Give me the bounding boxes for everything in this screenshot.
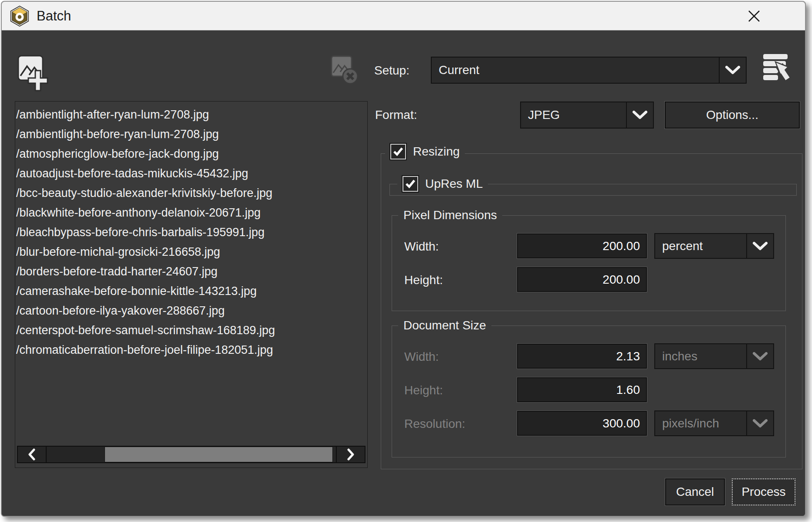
ds-height-input[interactable]: [517, 377, 647, 402]
process-button[interactable]: Process: [732, 478, 795, 505]
ds-width-input[interactable]: [517, 344, 647, 369]
chevron-down-icon: [746, 411, 773, 435]
options-button[interactable]: Options...: [665, 102, 800, 129]
list-item[interactable]: /blackwhite-before-anthony-delanoix-2067…: [16, 203, 367, 223]
check-icon: [405, 178, 416, 190]
upres-legend: UpRes ML: [397, 176, 488, 192]
pd-width-unit-combobox[interactable]: percent: [654, 233, 774, 259]
ds-resolution-unit-combobox: pixels/inch: [654, 410, 774, 436]
format-combobox-value: JPEG: [521, 102, 626, 128]
add-photos-icon[interactable]: [17, 55, 49, 92]
upres-ml-label: UpRes ML: [425, 177, 483, 191]
file-list-items: /ambientlight-after-ryan-lum-2708.jpg/am…: [15, 102, 367, 360]
title-bar: Batch: [2, 2, 805, 31]
scrollbar-thumb[interactable]: [105, 447, 333, 462]
pd-height-input[interactable]: [517, 267, 647, 292]
scroll-left-icon[interactable]: [18, 447, 46, 462]
ds-resolution-unit-value: pixels/inch: [655, 411, 746, 435]
chevron-down-icon[interactable]: [719, 58, 746, 83]
resizing-label: Resizing: [413, 145, 460, 159]
ds-width-label: Width:: [404, 350, 439, 364]
file-list[interactable]: /ambientlight-after-ryan-lum-2708.jpg/am…: [15, 101, 368, 468]
pixel-dimensions-group: Pixel Dimensions Width: percent Height:: [392, 215, 786, 311]
format-label: Format:: [375, 108, 417, 122]
apply-preset-list-icon[interactable]: [762, 53, 793, 85]
ds-width-unit-combobox: inches: [654, 343, 774, 369]
document-size-title: Document Size: [398, 319, 491, 332]
upres-ml-checkbox[interactable]: [403, 176, 418, 192]
list-item[interactable]: /blur-before-michal-grosicki-216658.jpg: [16, 242, 367, 262]
horizontal-scrollbar[interactable]: [17, 446, 365, 463]
document-size-group: Document Size Width: inches Height: Reso…: [392, 325, 786, 458]
list-item[interactable]: /borders-before-tradd-harter-24607.jpg: [16, 262, 367, 281]
setup-label: Setup:: [374, 64, 409, 78]
check-icon: [392, 146, 404, 157]
pd-width-label: Width:: [404, 240, 439, 254]
ds-resolution-input[interactable]: [517, 411, 647, 436]
chevron-down-icon[interactable]: [626, 102, 653, 128]
scroll-right-icon[interactable]: [337, 447, 365, 462]
list-item[interactable]: /cartoon-before-ilya-yakover-288667.jpg: [16, 301, 367, 321]
list-item[interactable]: /camerashake-before-bonnie-kittle-143213…: [16, 281, 367, 301]
pixel-dimensions-title: Pixel Dimensions: [398, 208, 502, 222]
dialog-body: Setup: Current Format: JPEG: [2, 31, 805, 517]
close-icon[interactable]: [747, 9, 761, 24]
setup-combobox[interactable]: Current: [431, 57, 747, 84]
pd-width-unit-value: percent: [655, 234, 746, 258]
window-title: Batch: [37, 8, 71, 24]
list-item[interactable]: /centerspot-before-samuel-scrimshaw-1681…: [16, 321, 367, 340]
list-item[interactable]: /bleachbypass-before-chris-barbalis-1959…: [16, 223, 367, 242]
resizing-legend: Resizing: [385, 144, 465, 159]
pd-width-input[interactable]: [517, 234, 647, 258]
scrollbar-track[interactable]: [46, 447, 337, 462]
chevron-down-icon[interactable]: [746, 234, 773, 258]
ds-height-label: Height:: [404, 383, 443, 397]
list-item[interactable]: /autoadjust-before-tadas-mikuckis-45432.…: [16, 164, 367, 183]
resizing-checkbox[interactable]: [390, 144, 406, 159]
remove-photos-icon-disabled: [331, 55, 361, 86]
batch-dialog: Batch Setup: Current: [1, 1, 806, 517]
pd-height-label: Height:: [404, 273, 443, 287]
list-item[interactable]: /bcc-beauty-studio-alexander-krivitskiy-…: [16, 183, 367, 203]
format-combobox[interactable]: JPEG: [520, 102, 654, 129]
ds-width-unit-value: inches: [655, 344, 746, 368]
app-logo-icon: [10, 5, 30, 27]
list-item[interactable]: /atmosphericglow-before-jack-dong.jpg: [16, 144, 367, 164]
list-item[interactable]: /chromaticaberration-before-joel-filipe-…: [16, 340, 367, 360]
setup-combobox-value: Current: [432, 58, 719, 83]
ds-resolution-label: Resolution:: [404, 417, 465, 431]
chevron-down-icon: [746, 344, 773, 368]
list-item[interactable]: /ambientlight-before-ryan-lum-2708.jpg: [16, 125, 367, 144]
cancel-button[interactable]: Cancel: [665, 478, 725, 505]
list-item[interactable]: /ambientlight-after-ryan-lum-2708.jpg: [16, 105, 367, 125]
